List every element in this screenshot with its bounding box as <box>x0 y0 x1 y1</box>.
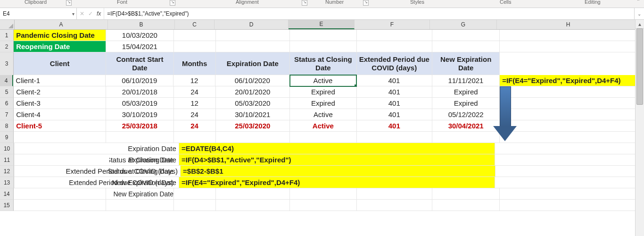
cell-D6[interactable]: 05/03/2020 <box>216 98 290 109</box>
cell-H1[interactable] <box>500 30 639 41</box>
row-header-10[interactable]: 10 <box>0 143 14 154</box>
cell-D5[interactable]: 20/01/2020 <box>216 86 290 98</box>
cell-E9[interactable] <box>290 132 357 143</box>
cell-F15[interactable] <box>357 200 432 211</box>
cell-B9[interactable] <box>106 132 173 143</box>
cell-D15[interactable] <box>216 200 290 211</box>
cell-G9[interactable] <box>432 132 500 143</box>
row-header-12[interactable]: 12 <box>0 166 14 177</box>
cell-F7[interactable]: 401 <box>357 109 432 120</box>
cell-F6[interactable]: 401 <box>357 98 432 109</box>
cell-F2[interactable] <box>357 41 432 52</box>
cell-B6[interactable]: 05/03/2019 <box>106 98 173 109</box>
row-header-9[interactable]: 9 <box>0 132 14 143</box>
cell-G4[interactable]: 11/11/2021 <box>432 75 500 86</box>
cell-A10[interactable] <box>14 143 109 154</box>
cell-C3[interactable]: Months <box>174 52 216 75</box>
cell-C7[interactable]: 24 <box>174 109 216 120</box>
cell-B8[interactable]: 25/03/2018 <box>106 120 173 132</box>
alignment-launcher-icon[interactable]: ↘ <box>302 0 307 6</box>
cell-F4[interactable]: 401 <box>356 75 432 86</box>
cell-A9[interactable] <box>14 132 106 143</box>
cell-B4[interactable]: 06/10/2019 <box>106 75 173 86</box>
cell-B3[interactable]: Contract Start Date <box>106 52 173 75</box>
cell-B11[interactable]: Status at Closing Date <box>109 154 179 166</box>
cell-A8[interactable]: Client-5 <box>14 120 106 132</box>
col-header-B[interactable]: B <box>108 20 175 29</box>
cell-B13[interactable]: New Expiration Date <box>109 177 179 188</box>
cell-H12[interactable] <box>495 166 639 177</box>
row-header-3[interactable]: 3 <box>0 52 14 76</box>
cell-H15[interactable] <box>500 200 639 211</box>
cell-E3[interactable]: Status at Closing Date <box>290 52 357 75</box>
cell-A3[interactable]: Client <box>14 52 106 75</box>
row-header-7[interactable]: 7 <box>0 109 14 120</box>
cell-D1[interactable] <box>216 30 290 41</box>
col-header-D[interactable]: D <box>215 20 289 29</box>
scroll-thumb[interactable] <box>636 28 643 105</box>
cell-B10[interactable]: Expiration Date <box>109 143 179 154</box>
cell-D14[interactable] <box>216 188 290 200</box>
cell-E2[interactable] <box>290 41 357 52</box>
cell-B14[interactable] <box>106 188 173 200</box>
cell-F5[interactable]: 401 <box>357 86 432 98</box>
select-all-corner[interactable] <box>0 20 15 29</box>
cell-G15[interactable] <box>432 200 500 211</box>
formula-bar-input[interactable]: =IF(D4>$B$1,"Active","Expired") <box>104 8 634 19</box>
cell-C9[interactable] <box>174 132 216 143</box>
cell-C5[interactable]: 24 <box>174 86 216 98</box>
cell-E6[interactable]: Expired <box>290 98 357 109</box>
cell-B7[interactable]: 30/10/2019 <box>106 109 173 120</box>
cell-G5[interactable]: Expired <box>432 86 500 98</box>
number-launcher-icon[interactable]: ↘ <box>363 0 369 6</box>
row-header-15[interactable]: 15 <box>0 200 14 211</box>
row-header-14[interactable]: 14 <box>0 188 14 200</box>
cell-G1[interactable] <box>432 30 500 41</box>
row-header-8[interactable]: 8 <box>0 120 14 132</box>
enter-icon[interactable]: ✓ <box>88 10 93 17</box>
cell-G2[interactable] <box>432 41 500 52</box>
col-header-E[interactable]: E <box>289 20 355 29</box>
col-header-H[interactable]: H <box>497 20 640 29</box>
cell-F14[interactable] <box>357 188 432 200</box>
cell-G14[interactable] <box>432 188 500 200</box>
cell-A15[interactable] <box>14 200 106 211</box>
col-header-G[interactable]: G <box>430 20 497 29</box>
scroll-up-icon[interactable]: ▲ <box>636 20 644 29</box>
col-header-A[interactable]: A <box>15 20 108 29</box>
cell-C2[interactable] <box>174 41 216 52</box>
collapse-ribbon-icon[interactable]: ˆ <box>637 0 639 6</box>
row-header-1[interactable]: 1 <box>0 30 14 41</box>
insert-function-icon[interactable]: fx <box>97 10 101 17</box>
cell-C8[interactable]: 24 <box>174 120 216 132</box>
cell-A1[interactable]: Pandemic Closing Date <box>14 30 106 41</box>
cell-H2[interactable] <box>500 41 639 52</box>
cell-D7[interactable]: 30/10/2021 <box>216 109 290 120</box>
name-box[interactable]: E4 ▾ <box>0 8 77 19</box>
cell-H11[interactable] <box>495 154 639 166</box>
cell-A2[interactable]: Reopening Date <box>14 41 106 52</box>
cell-H5[interactable] <box>500 86 639 98</box>
cell-B2[interactable]: 15/04/2021 <box>106 41 173 52</box>
cell-E14[interactable] <box>290 188 357 200</box>
vertical-scrollbar[interactable]: ▲ <box>635 20 644 236</box>
row-header-5[interactable]: 5 <box>0 86 14 98</box>
cell-A11[interactable] <box>14 154 109 166</box>
cell-E8[interactable]: Active <box>290 120 357 132</box>
cell-B1[interactable]: 10/03/2020 <box>106 30 173 41</box>
formula-bar-expand-icon[interactable]: ⌄ <box>634 8 644 19</box>
cell-E15[interactable] <box>290 200 357 211</box>
clipboard-launcher-icon[interactable]: ↘ <box>66 0 72 6</box>
cell-A14[interactable] <box>14 188 106 200</box>
cell-F1[interactable] <box>357 30 432 41</box>
cell-D4[interactable]: 06/10/2020 <box>215 75 290 86</box>
cell-D9[interactable] <box>216 132 290 143</box>
cell-C11-G11-formula[interactable]: =IF(D4>$B$1,"Active","Expired") <box>179 154 495 166</box>
cell-B15[interactable] <box>106 200 173 211</box>
name-box-dropdown-icon[interactable]: ▾ <box>72 11 74 17</box>
cell-H9[interactable] <box>500 132 639 143</box>
col-header-C[interactable]: C <box>175 20 215 29</box>
cell-C13-G13-formula[interactable]: =IF(E4="Expired","Expired",D4+F4) <box>179 177 495 188</box>
cell-D8[interactable]: 25/03/2020 <box>216 120 290 132</box>
cell-H13[interactable] <box>495 177 639 188</box>
